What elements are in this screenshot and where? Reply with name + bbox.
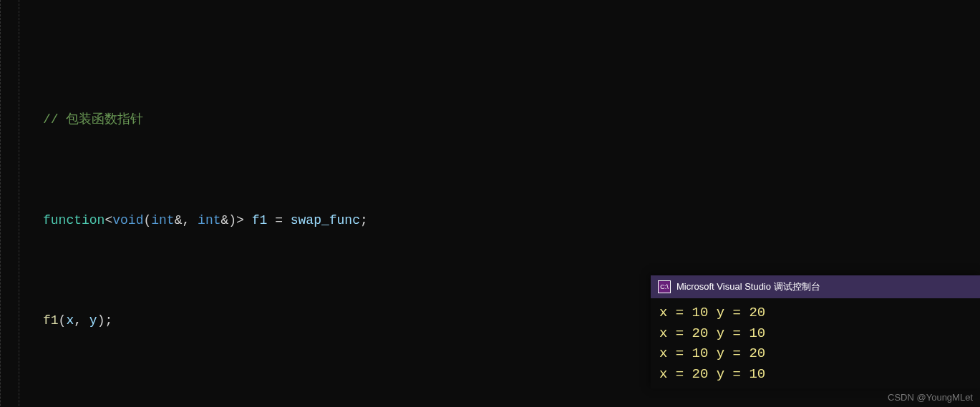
- console-line: x = 20 y = 10: [659, 364, 971, 385]
- editor-gutter: [0, 0, 19, 407]
- console-line: x = 20 y = 10: [659, 323, 971, 344]
- code-line: function<void(int&, int&)> f1 = swap_fun…: [0, 208, 980, 233]
- code-line: // 包装函数指针: [0, 107, 980, 132]
- console-line: x = 10 y = 20: [659, 303, 971, 323]
- console-titlebar[interactable]: C:\ Microsoft Visual Studio 调试控制台: [651, 275, 980, 298]
- debug-console-window[interactable]: C:\ Microsoft Visual Studio 调试控制台 x = 10…: [651, 275, 980, 388]
- vs-icon: C:\: [658, 280, 671, 293]
- console-line: x = 10 y = 20: [659, 343, 971, 364]
- console-title-text: Microsoft Visual Studio 调试控制台: [676, 280, 820, 293]
- comment: // 包装函数指针: [43, 112, 143, 127]
- console-output: x = 10 y = 20 x = 20 y = 10 x = 10 y = 2…: [651, 298, 980, 388]
- watermark: CSDN @YoungMLet: [888, 392, 973, 403]
